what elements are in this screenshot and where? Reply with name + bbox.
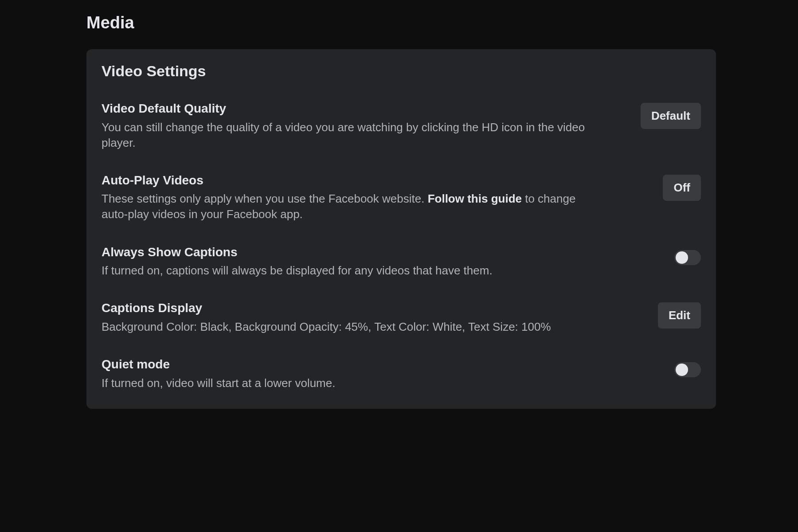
card-title: Video Settings (102, 63, 701, 80)
video-quality-select-button[interactable]: Default (641, 103, 701, 129)
captions-display-desc: Background Color: Black, Background Opac… (102, 319, 598, 335)
setting-control: Default (641, 103, 701, 129)
video-settings-card: Video Settings Video Default Quality You… (86, 49, 716, 409)
setting-always-captions: Always Show Captions If turned on, capti… (102, 245, 701, 279)
autoplay-select-button[interactable]: Off (663, 175, 701, 201)
setting-control: Off (663, 175, 701, 201)
captions-display-edit-button[interactable]: Edit (658, 302, 701, 329)
page-title: Media (86, 13, 716, 32)
setting-text: Video Default Quality You can still chan… (102, 101, 598, 151)
setting-captions-display: Captions Display Background Color: Black… (102, 301, 701, 335)
setting-quiet-mode: Quiet mode If turned on, video will star… (102, 357, 701, 391)
always-captions-toggle[interactable] (674, 250, 701, 265)
setting-control: Edit (658, 302, 701, 329)
follow-guide-link[interactable]: Follow this guide (428, 192, 522, 205)
captions-display-label: Captions Display (102, 301, 598, 316)
autoplay-label: Auto-Play Videos (102, 173, 598, 188)
setting-text: Always Show Captions If turned on, capti… (102, 245, 598, 279)
setting-autoplay: Auto-Play Videos These settings only app… (102, 173, 701, 223)
always-captions-desc: If turned on, captions will always be di… (102, 263, 598, 278)
quiet-mode-toggle[interactable] (674, 362, 701, 377)
quiet-mode-desc: If turned on, video will start at a lowe… (102, 376, 598, 391)
setting-video-quality: Video Default Quality You can still chan… (102, 101, 701, 151)
quiet-mode-label: Quiet mode (102, 357, 598, 372)
autoplay-desc: These settings only apply when you use t… (102, 191, 598, 222)
always-captions-label: Always Show Captions (102, 245, 598, 260)
setting-text: Auto-Play Videos These settings only app… (102, 173, 598, 223)
setting-control (674, 246, 701, 265)
video-quality-label: Video Default Quality (102, 101, 598, 116)
setting-text: Quiet mode If turned on, video will star… (102, 357, 598, 391)
setting-control (674, 359, 701, 377)
toggle-knob (676, 364, 688, 376)
autoplay-desc-before: These settings only apply when you use t… (102, 192, 428, 205)
setting-text: Captions Display Background Color: Black… (102, 301, 598, 335)
toggle-knob (676, 251, 688, 264)
video-quality-desc: You can still change the quality of a vi… (102, 120, 598, 151)
